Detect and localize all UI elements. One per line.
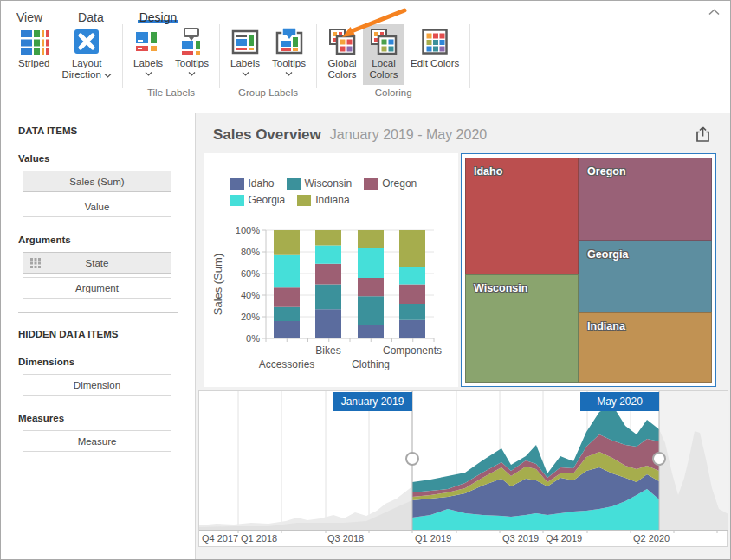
data-item-label: Sales (Sum) bbox=[69, 177, 124, 187]
tab-view[interactable]: View bbox=[15, 10, 44, 23]
tab-data[interactable]: Data bbox=[76, 10, 106, 23]
data-item-label: Value bbox=[85, 202, 110, 212]
data-item-label: Dimension bbox=[74, 380, 120, 390]
range-handle[interactable] bbox=[406, 453, 418, 465]
data-item-value[interactable]: Value bbox=[23, 196, 171, 217]
range-axis-label: Q1 2018 bbox=[241, 533, 277, 544]
chart-legend: IdahoWisconsinOregonGeorgiaIndiana bbox=[230, 177, 433, 206]
x-axis-label: Components bbox=[383, 344, 442, 357]
export-button[interactable] bbox=[693, 125, 713, 145]
range-axis-label: Q3 2019 bbox=[502, 533, 539, 544]
bar-segment-idaho bbox=[274, 321, 300, 338]
ribbon-button-tooltips[interactable]: Tooltips bbox=[169, 24, 215, 85]
ribbon-button-striped[interactable]: Striped bbox=[12, 24, 55, 85]
chevron-down-icon bbox=[188, 72, 196, 76]
ribbon-button-labels[interactable]: Labels bbox=[224, 24, 266, 85]
dropdown-arrow bbox=[285, 72, 293, 76]
dashboard-title-row: Sales Overview January 2019 - May 2020 bbox=[196, 113, 730, 153]
ribbon-group-general: StripedLayoutDirection bbox=[8, 24, 123, 88]
bar-segment-indiana bbox=[358, 230, 384, 248]
range-axis-label: Q3 2018 bbox=[327, 533, 364, 544]
x-axis-label: Bikes bbox=[315, 344, 340, 357]
dropdown-arrow bbox=[145, 72, 152, 76]
treemap-tile-indiana[interactable]: Indiana bbox=[579, 312, 712, 383]
chevron-down-icon bbox=[285, 72, 293, 76]
legend-swatch bbox=[230, 178, 244, 190]
range-start-flag[interactable]: January 2019 bbox=[333, 392, 412, 411]
bar-segment-georgia bbox=[315, 246, 341, 264]
bar-segment-oregon bbox=[358, 278, 384, 296]
ribbon-group-group-labels: LabelsTooltipsGroup Labels bbox=[220, 24, 317, 88]
sidebar-group-title-values: Values bbox=[18, 153, 195, 164]
treemap-tile-oregon[interactable]: Oregon bbox=[579, 158, 712, 241]
range-axis-label: Q2 2020 bbox=[633, 533, 670, 544]
treemap-item-selected[interactable]: IdahoWisconsinOregonGeorgiaIndiana bbox=[461, 153, 716, 387]
ribbon-button-local-colors[interactable]: LocalColors bbox=[363, 24, 404, 85]
layout-direction-icon bbox=[72, 27, 101, 56]
striped-icon bbox=[19, 27, 49, 56]
ribbon-button-labels[interactable]: Labels bbox=[127, 24, 169, 85]
dashboard-title: Sales Overview bbox=[213, 126, 321, 144]
group-tooltips-icon bbox=[275, 27, 304, 56]
chevron-down-icon bbox=[145, 72, 152, 76]
sidebar-header-hidden-data-items: HIDDEN DATA ITEMS bbox=[18, 329, 195, 339]
ribbon-button-label: Tooltips bbox=[272, 58, 306, 69]
bar-segment-idaho bbox=[315, 309, 341, 338]
global-colors-icon bbox=[327, 27, 357, 56]
tile-tooltips-icon bbox=[178, 27, 207, 56]
treemap-tile-wisconsin[interactable]: Wisconsin bbox=[465, 274, 579, 383]
bar-segment-wisconsin bbox=[315, 285, 341, 310]
bar-segment-indiana bbox=[274, 230, 300, 255]
ribbon-button-layout-direction[interactable]: LayoutDirection bbox=[55, 24, 118, 85]
treemap-tile-georgia[interactable]: Georgia bbox=[579, 241, 712, 312]
treemap-tile-label: Georgia bbox=[587, 248, 628, 261]
ribbon-button-label: LayoutDirection bbox=[61, 58, 112, 80]
sidebar-header-data-items: DATA ITEMS bbox=[18, 126, 195, 136]
sidebar-group-title-dimensions: Dimensions bbox=[18, 357, 195, 367]
bar-segment-wisconsin bbox=[274, 307, 300, 321]
range-end-flag[interactable]: May 2020 bbox=[580, 392, 659, 411]
svg-text:100%: 100% bbox=[236, 225, 260, 235]
ribbon-group-name: Coloring bbox=[321, 85, 465, 97]
range-axis-label: Q1 2019 bbox=[415, 533, 451, 544]
ribbon-button-edit-colors[interactable]: Edit Colors bbox=[404, 24, 465, 85]
bar-segment-idaho bbox=[358, 325, 384, 338]
data-item-sales-sum[interactable]: Sales (Sum) bbox=[23, 171, 171, 192]
ribbon-button-label: Striped bbox=[18, 58, 49, 69]
ribbon-collapse-button[interactable] bbox=[708, 9, 720, 16]
group-labels-icon bbox=[230, 27, 260, 56]
svg-text:40%: 40% bbox=[241, 290, 260, 300]
x-axis-label: Clothing bbox=[352, 358, 390, 370]
range-filter-chart: Q4 2017Q1 2018Q3 2018Q1 2019Q3 2019Q4 20… bbox=[199, 391, 727, 546]
tab-design[interactable]: Design bbox=[138, 10, 179, 23]
dashboard-designer-window: ViewDataDesign StripedLayoutDirection La… bbox=[0, 0, 731, 560]
range-axis-label: Q4 2019 bbox=[546, 533, 582, 544]
local-colors-icon bbox=[369, 27, 398, 56]
ribbon-tabs: ViewDataDesign bbox=[1, 1, 730, 23]
bar-segment-wisconsin bbox=[399, 304, 425, 320]
ribbon-button-tooltips[interactable]: Tooltips bbox=[266, 24, 312, 85]
ribbon-group-coloring: GlobalColorsLocalColorsEdit ColorsColori… bbox=[317, 24, 470, 88]
legend-label: Idaho bbox=[249, 177, 275, 190]
data-item-dimension[interactable]: Dimension bbox=[23, 374, 171, 396]
treemap: IdahoWisconsinOregonGeorgiaIndiana bbox=[465, 158, 712, 383]
data-item-state[interactable]: State bbox=[23, 252, 171, 274]
data-item-measure[interactable]: Measure bbox=[23, 430, 171, 452]
ribbon-button-label: Edit Colors bbox=[411, 58, 459, 69]
range-handle[interactable] bbox=[653, 453, 665, 465]
chevron-up-icon bbox=[708, 9, 720, 16]
legend-swatch bbox=[230, 195, 244, 206]
data-item-label: Measure bbox=[78, 436, 117, 447]
sidebar: DATA ITEMSValuesSales (Sum)ValueArgument… bbox=[1, 113, 196, 560]
bar-chart-item[interactable]: IdahoWisconsinOregonGeorgiaIndiana Sales… bbox=[204, 153, 458, 387]
ribbon-button-global-colors[interactable]: GlobalColors bbox=[321, 24, 363, 85]
treemap-tile-label: Indiana bbox=[587, 320, 625, 332]
legend-label: Georgia bbox=[249, 194, 286, 206]
range-filter-item[interactable]: Q4 2017Q1 2018Q3 2018Q1 2019Q3 2019Q4 20… bbox=[198, 390, 728, 547]
ribbon-groups: StripedLayoutDirection LabelsTooltipsTil… bbox=[1, 24, 730, 88]
treemap-tile-idaho[interactable]: Idaho bbox=[465, 158, 579, 274]
ribbon-button-label: LocalColors bbox=[369, 58, 398, 80]
legend-item-wisconsin: Wisconsin bbox=[287, 177, 353, 190]
bar-segment-georgia bbox=[274, 255, 300, 288]
data-item-argument[interactable]: Argument bbox=[23, 277, 171, 299]
